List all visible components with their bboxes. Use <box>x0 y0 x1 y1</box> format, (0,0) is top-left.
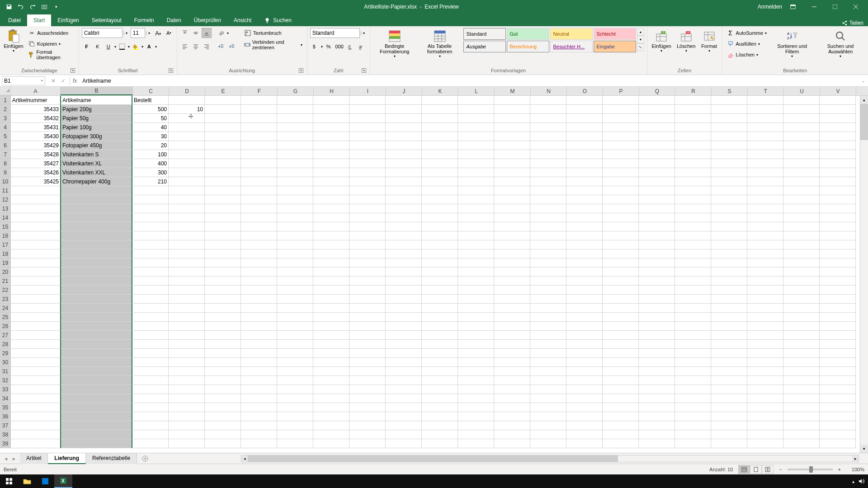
cell[interactable] <box>603 286 639 295</box>
cell[interactable] <box>458 412 494 421</box>
cell[interactable] <box>11 195 61 204</box>
col-header-U[interactable]: U <box>784 87 820 95</box>
cell[interactable] <box>458 213 494 222</box>
cell[interactable] <box>675 286 711 295</box>
cell[interactable] <box>747 258 783 267</box>
row-header[interactable]: 1 <box>0 96 11 105</box>
cell[interactable] <box>277 322 313 331</box>
cell[interactable] <box>566 313 603 322</box>
cell[interactable] <box>169 421 205 430</box>
cell[interactable] <box>313 394 349 403</box>
tab-review[interactable]: Überprüfen <box>188 14 227 26</box>
cell[interactable] <box>603 267 639 277</box>
cell[interactable] <box>422 267 458 277</box>
cell[interactable] <box>313 159 349 168</box>
fill-color-button[interactable] <box>131 42 141 52</box>
cell[interactable] <box>241 213 277 222</box>
cell[interactable] <box>820 358 856 367</box>
cell[interactable] <box>386 367 422 376</box>
cell[interactable] <box>205 105 241 114</box>
cell[interactable] <box>530 403 566 412</box>
col-header-J[interactable]: J <box>386 87 422 95</box>
cell[interactable] <box>530 150 566 159</box>
cell[interactable] <box>639 123 675 132</box>
cell[interactable] <box>747 322 783 331</box>
cell[interactable] <box>783 168 820 177</box>
cell[interactable] <box>277 96 313 105</box>
cell[interactable]: Visitenkarten XL <box>60 159 132 168</box>
cell[interactable] <box>566 141 603 150</box>
accept-formula-button[interactable]: ✓ <box>59 76 68 85</box>
col-header-O[interactable]: O <box>567 87 603 95</box>
cell[interactable] <box>169 394 205 403</box>
cell[interactable] <box>494 150 530 159</box>
cell[interactable] <box>458 295 494 304</box>
cell[interactable] <box>132 195 169 204</box>
cell[interactable] <box>494 258 530 267</box>
cell[interactable] <box>60 376 132 385</box>
cell[interactable] <box>820 367 856 376</box>
cell[interactable] <box>169 412 205 421</box>
cell[interactable] <box>566 231 603 240</box>
cell[interactable] <box>530 267 566 277</box>
cell[interactable] <box>11 258 61 267</box>
cell[interactable] <box>349 222 386 231</box>
cell[interactable] <box>566 286 603 295</box>
cell[interactable] <box>313 96 349 105</box>
cell[interactable] <box>422 240 458 249</box>
cell[interactable] <box>711 295 747 304</box>
cell[interactable] <box>675 240 711 249</box>
cell[interactable] <box>11 222 61 231</box>
cell[interactable] <box>422 349 458 358</box>
cell[interactable] <box>603 231 639 240</box>
cell[interactable] <box>711 403 747 412</box>
cell[interactable] <box>11 286 61 295</box>
cell[interactable] <box>747 394 783 403</box>
cell[interactable] <box>820 177 856 186</box>
cell[interactable] <box>639 421 675 430</box>
minimize-button[interactable] <box>804 0 825 14</box>
cell[interactable] <box>241 168 277 177</box>
cell[interactable] <box>711 249 747 258</box>
cell[interactable] <box>494 204 530 213</box>
cell[interactable] <box>386 204 422 213</box>
cell[interactable] <box>205 322 241 331</box>
cell[interactable] <box>494 177 530 186</box>
cell[interactable] <box>639 249 675 258</box>
cell[interactable]: Chromepapier 400g <box>60 177 132 186</box>
cell[interactable] <box>60 367 132 376</box>
cell[interactable] <box>313 313 349 322</box>
cell[interactable] <box>783 141 820 150</box>
copy-button[interactable]: Kopieren ▾ <box>26 39 76 49</box>
cell[interactable] <box>277 403 313 412</box>
gallery-down[interactable]: ▾ <box>637 36 644 43</box>
camera-icon[interactable] <box>39 1 50 12</box>
cell[interactable] <box>349 394 386 403</box>
cell[interactable] <box>711 286 747 295</box>
cell[interactable] <box>169 114 205 123</box>
cell[interactable] <box>313 141 349 150</box>
col-header-G[interactable]: G <box>278 87 314 95</box>
cell[interactable] <box>566 304 603 313</box>
cell[interactable] <box>205 412 241 421</box>
cell[interactable] <box>349 313 386 322</box>
cell[interactable] <box>458 358 494 367</box>
cell[interactable] <box>241 277 277 286</box>
font-name-arrow[interactable]: ▾ <box>123 31 130 35</box>
cell[interactable] <box>458 304 494 313</box>
cell[interactable] <box>277 267 313 277</box>
cell[interactable] <box>277 249 313 258</box>
cell[interactable] <box>11 249 61 258</box>
cell[interactable] <box>530 96 566 105</box>
cell[interactable] <box>603 403 639 412</box>
cell[interactable] <box>458 231 494 240</box>
cell[interactable] <box>747 286 783 295</box>
cell[interactable] <box>386 240 422 249</box>
cell[interactable] <box>820 295 856 304</box>
cell[interactable] <box>530 141 566 150</box>
cell[interactable]: 35431 <box>11 123 61 132</box>
cell[interactable]: 35425 <box>11 177 61 186</box>
add-sheet-button[interactable] <box>140 453 151 464</box>
cell[interactable] <box>458 150 494 159</box>
cell[interactable] <box>422 358 458 367</box>
